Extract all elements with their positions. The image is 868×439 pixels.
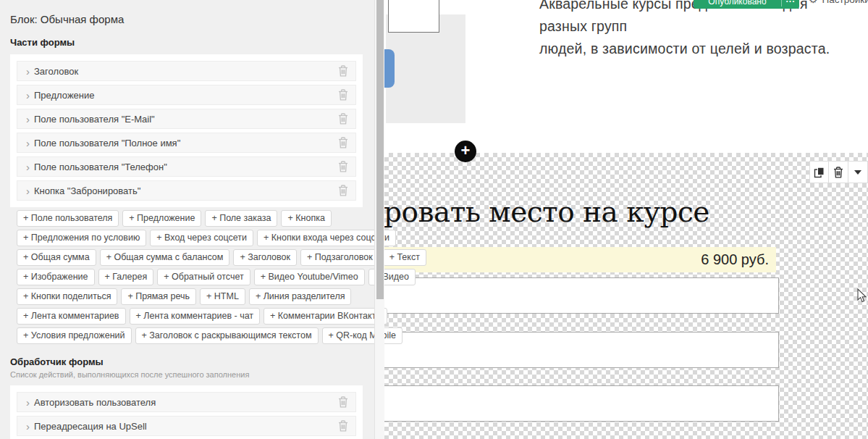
scrollbar-thumb[interactable]	[376, 0, 384, 299]
delete-handler-button[interactable]	[338, 420, 348, 432]
chevron-right-icon: ›	[26, 397, 30, 408]
add-element-button[interactable]: + Поле пользователя	[17, 210, 119, 227]
delete-part-button[interactable]	[338, 113, 348, 125]
form-handler-subtitle: Список действий, выполняющихся после усп…	[10, 370, 363, 379]
preview-email-input[interactable]	[384, 277, 779, 314]
settings-button[interactable]: ⚙ Настройки	[809, 0, 868, 5]
add-element-button[interactable]: + Видео Youtube/Vimeo	[254, 269, 365, 285]
block-menu-button[interactable]	[848, 161, 868, 183]
add-element-button[interactable]: + Кнопки поделиться	[17, 288, 117, 305]
delete-block-button[interactable]	[829, 161, 848, 183]
chevron-down-icon	[854, 170, 861, 175]
delete-part-button[interactable]	[338, 65, 348, 77]
form-parts-list: › Заголовок › Предложение	[10, 54, 363, 207]
preview-input-partial[interactable]	[388, 0, 439, 33]
preview-name-input[interactable]	[384, 332, 779, 368]
chevron-right-icon: ›	[26, 138, 30, 149]
form-part-label: Кнопка "Забронировать"	[34, 185, 338, 196]
price-field: 6 900 руб.	[384, 247, 776, 272]
add-element-button[interactable]: + Заголовок	[233, 249, 297, 266]
form-handler-list: › Авторизовать пользователя › Переадр	[10, 385, 363, 439]
form-part-label: Поле пользователя "Полное имя"	[34, 138, 338, 149]
chevron-right-icon: ›	[26, 185, 30, 196]
handler-row[interactable]: › Переадресация на UpSell	[17, 416, 356, 436]
add-element-button[interactable]: + Условия предложений	[17, 327, 132, 344]
trash-icon	[338, 113, 348, 125]
panel-title: Блок: Обычная форма	[10, 13, 363, 25]
add-element-button[interactable]: + Поле заказа	[205, 210, 277, 227]
form-part-label: Поле пользователя "Телефон"	[34, 162, 338, 172]
add-element-button[interactable]: + Прямая речь	[121, 288, 196, 305]
chevron-right-icon: ›	[26, 421, 30, 432]
form-part-row[interactable]: › Поле пользователя "Телефон"	[17, 156, 356, 177]
form-part-row[interactable]: › Заголовок	[17, 61, 356, 81]
delete-part-button[interactable]	[338, 89, 348, 101]
duplicate-block-button[interactable]	[809, 161, 829, 183]
handler-label: Переадресация на UpSell	[34, 421, 338, 432]
handler-row[interactable]: › Авторизовать пользователя	[17, 392, 356, 412]
trash-icon	[338, 161, 348, 172]
publish-more-button[interactable]: ...	[782, 0, 799, 4]
form-part-row[interactable]: › Предложение	[17, 85, 356, 105]
add-element-button[interactable]: + Обратный отсчет	[157, 269, 250, 285]
delete-handler-button[interactable]	[338, 396, 348, 408]
form-part-label: Поле пользователя "E-Mail"	[34, 114, 338, 125]
trash-icon	[338, 65, 348, 77]
publish-button[interactable]: Опубликовано ...	[694, 0, 799, 9]
course-heading: ровать место на курсе	[384, 196, 709, 228]
add-element-button[interactable]: + QR-код Mobile	[322, 327, 403, 344]
trash-icon	[338, 396, 348, 408]
intro-line-2: людей, в зависимости от целей и возраста…	[539, 38, 858, 60]
trash-icon	[338, 89, 348, 101]
add-element-button[interactable]: + Заголовок с раскрывающимся текстом	[135, 327, 319, 344]
form-part-label: Предложение	[34, 90, 338, 101]
add-element-button[interactable]: + Вход через соцсети	[150, 230, 253, 246]
add-element-button[interactable]: + Кнопка	[281, 210, 331, 227]
form-handler-label: Обработчик формы	[10, 356, 363, 367]
add-element-button[interactable]: + Галерея	[98, 269, 154, 285]
form-parts-label: Части формы	[10, 37, 363, 48]
add-element-button[interactable]: + Предложения по условию	[17, 230, 146, 246]
delete-part-button[interactable]	[338, 137, 348, 149]
form-part-label: Заголовок	[34, 66, 338, 77]
publish-button-label: Опубликовано	[694, 0, 781, 7]
gear-icon: ⚙	[809, 0, 818, 5]
editor-window: Акварельные курсы предназначены для разн…	[0, 0, 868, 439]
chevron-right-icon: ›	[26, 90, 30, 101]
add-element-button[interactable]: + Подзаголовок	[300, 249, 379, 266]
block-settings-panel: Блок: Обычная форма Части формы › Заголо…	[0, 0, 374, 439]
settings-label: Настройки	[822, 0, 868, 5]
add-element-button[interactable]: + Лента комментариев - чат	[130, 308, 261, 325]
chevron-right-icon: ›	[26, 162, 30, 172]
delete-part-button[interactable]	[338, 161, 348, 172]
add-element-button[interactable]: + Общая сумма с балансом	[100, 249, 230, 266]
chevron-right-icon: ›	[26, 114, 30, 125]
add-element-button[interactable]: + Комментарии ВКонтакте	[264, 308, 387, 325]
add-element-button[interactable]: + HTML	[200, 288, 245, 305]
mouse-cursor-icon	[856, 288, 868, 304]
intro-paragraph: Акварельные курсы предназначены для разн…	[539, 0, 858, 60]
form-part-row[interactable]: › Поле пользователя "Полное имя"	[17, 133, 356, 153]
trash-icon	[338, 185, 348, 196]
add-element-button[interactable]: + Текст	[383, 249, 426, 266]
handler-label: Авторизовать пользователя	[34, 397, 338, 408]
panel-scrollbar[interactable]	[374, 0, 384, 439]
delete-part-button[interactable]	[338, 185, 348, 196]
form-part-row[interactable]: › Кнопка "Забронировать"	[17, 180, 356, 201]
add-element-button[interactable]: + Предложение	[122, 210, 201, 227]
duplicate-icon	[814, 167, 825, 178]
add-element-button[interactable]: + Изображение	[17, 269, 95, 285]
form-part-row[interactable]: › Поле пользователя "E-Mail"	[17, 109, 356, 129]
add-element-button[interactable]: + Линия разделителя	[249, 288, 352, 305]
block-toolbar	[809, 161, 868, 183]
add-part-tags: + Поле пользователя+ Предложение+ Поле з…	[17, 210, 363, 344]
add-block-button[interactable]: +	[455, 141, 476, 162]
trash-icon	[338, 137, 348, 149]
trash-icon	[833, 167, 843, 178]
preview-phone-input[interactable]	[384, 385, 779, 422]
add-element-button[interactable]: + Лента комментариев	[17, 308, 126, 325]
add-element-button[interactable]: + Общая сумма	[17, 249, 96, 266]
trash-icon	[338, 420, 348, 432]
chevron-right-icon: ›	[26, 66, 30, 77]
